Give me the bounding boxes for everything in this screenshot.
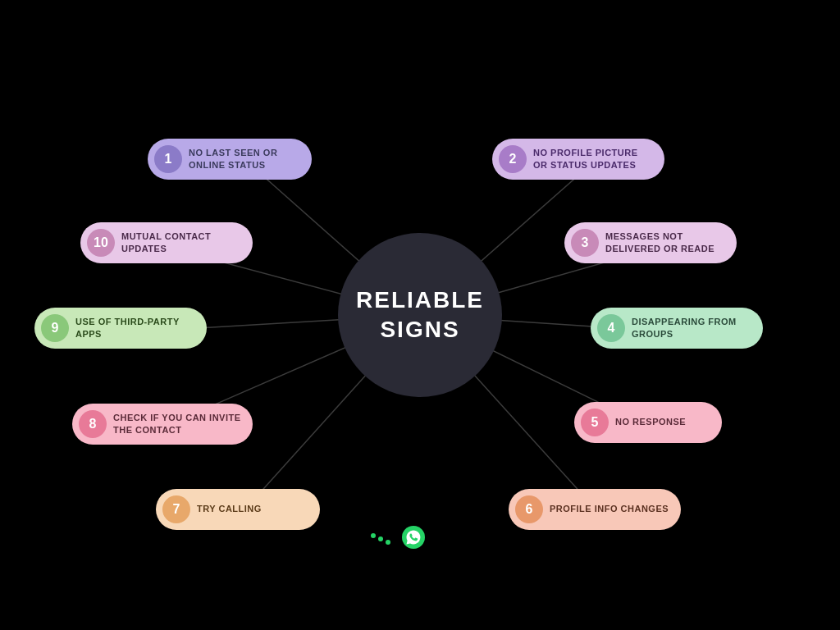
badge-7-text: TRY CALLING bbox=[197, 503, 262, 515]
dot-2 bbox=[378, 536, 383, 541]
loading-dots bbox=[371, 536, 390, 541]
badge-8: 8 CHECK IF YOU CAN INVITE THE CONTACT bbox=[72, 404, 253, 445]
center-circle: RELIABLE SIGNS bbox=[338, 233, 502, 397]
badge-10-number: 10 bbox=[87, 229, 115, 257]
badge-9-number: 9 bbox=[41, 314, 69, 342]
badge-9-text: USE OF THIRD-PARTY APPS bbox=[75, 316, 195, 341]
badge-8-number: 8 bbox=[79, 410, 107, 438]
badge-3-text: MESSAGES NOT DELIVERED OR READE bbox=[605, 231, 725, 256]
badge-8-text: CHECK IF YOU CAN INVITE THE CONTACT bbox=[113, 412, 241, 437]
badge-4: 4 DISAPPEARING FROM GROUPS bbox=[591, 308, 763, 349]
badge-4-number: 4 bbox=[597, 314, 625, 342]
badge-10: 10 MUTUAL CONTACT UPDATES bbox=[80, 222, 253, 263]
badge-5-number: 5 bbox=[581, 409, 609, 436]
badge-3: 3 MESSAGES NOT DELIVERED OR READE bbox=[564, 222, 737, 263]
badge-6-number: 6 bbox=[515, 495, 543, 523]
badge-2-number: 2 bbox=[499, 145, 527, 173]
badge-6-text: PROFILE INFO CHANGES bbox=[550, 503, 669, 515]
whatsapp-icon bbox=[402, 526, 425, 552]
badge-7: 7 TRY CALLING bbox=[156, 489, 320, 530]
badge-2-text: NO PROFILE PICTURE OR STATUS UPDATES bbox=[533, 147, 653, 172]
badge-6: 6 PROFILE INFO CHANGES bbox=[509, 489, 681, 530]
badge-7-number: 7 bbox=[162, 495, 190, 523]
badge-3-number: 3 bbox=[571, 229, 599, 257]
badge-1-text: NO LAST SEEN OR ONLINE STATUS bbox=[189, 147, 300, 172]
badge-4-text: DISAPPEARING FROM GROUPS bbox=[632, 316, 751, 341]
badge-5-text: NO RESPONSE bbox=[615, 416, 686, 428]
badge-1: 1 NO LAST SEEN OR ONLINE STATUS bbox=[148, 139, 312, 180]
badge-5: 5 NO RESPONSE bbox=[574, 402, 722, 443]
badge-1-number: 1 bbox=[154, 145, 182, 173]
dot-1 bbox=[371, 533, 376, 538]
badge-10-text: MUTUAL CONTACT UPDATES bbox=[121, 231, 241, 256]
dot-3 bbox=[386, 540, 390, 545]
badge-9: 9 USE OF THIRD-PARTY APPS bbox=[34, 308, 207, 349]
badge-2: 2 NO PROFILE PICTURE OR STATUS UPDATES bbox=[492, 139, 664, 180]
center-title: RELIABLE SIGNS bbox=[356, 285, 484, 345]
